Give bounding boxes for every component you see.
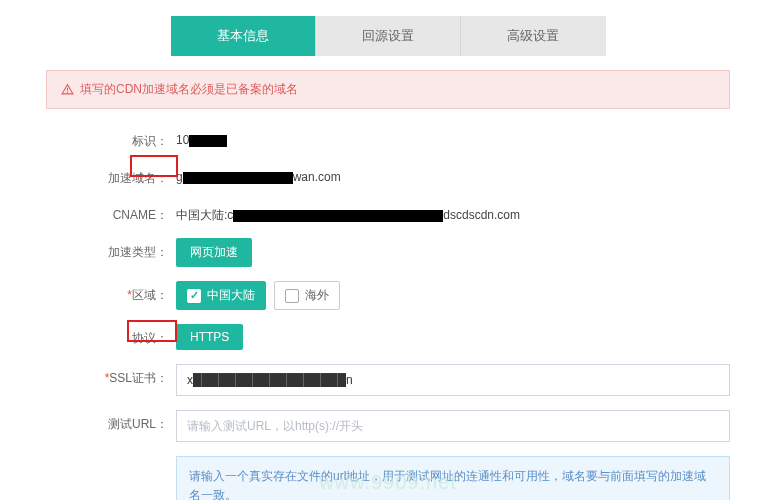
tab-origin[interactable]: 回源设置	[316, 16, 461, 56]
region-overseas-checkbox[interactable]: ✓海外	[274, 281, 340, 310]
ssl-input[interactable]	[176, 364, 730, 396]
check-icon: ✓	[187, 289, 201, 303]
alert-text: 填写的CDN加速域名必须是已备案的域名	[80, 81, 298, 98]
cname-value: 中国大陆:cdscdscdn.com	[176, 201, 520, 224]
domain-label: 加速域名：	[46, 164, 176, 187]
form-area: 标识： 10 加速域名： gwan.com CNAME： 中国大陆:cdscds…	[0, 109, 776, 500]
region-label: *区域：	[46, 281, 176, 304]
testurl-hint: 请输入一个真实存在文件的url地址，用于测试网址的连通性和可用性，域名要与前面填…	[176, 456, 730, 500]
type-label: 加速类型：	[46, 238, 176, 261]
proto-label: 协议：	[46, 324, 176, 347]
tab-advanced[interactable]: 高级设置	[461, 16, 606, 56]
type-tag: 网页加速	[176, 238, 252, 267]
id-value: 10	[176, 127, 227, 147]
svg-point-1	[67, 92, 68, 93]
domain-value: gwan.com	[176, 164, 341, 184]
tabs-bar: 基本信息 回源设置 高级设置	[0, 0, 776, 56]
testurl-label: 测试URL：	[46, 410, 176, 433]
proto-tag: HTTPS	[176, 324, 243, 350]
ssl-label: *SSL证书：	[46, 364, 176, 387]
warning-icon	[61, 83, 74, 96]
check-icon: ✓	[285, 289, 299, 303]
testurl-input[interactable]	[176, 410, 730, 442]
alert-banner: 填写的CDN加速域名必须是已备案的域名	[46, 70, 730, 109]
id-label: 标识：	[46, 127, 176, 150]
tab-basic[interactable]: 基本信息	[171, 16, 316, 56]
cname-label: CNAME：	[46, 201, 176, 224]
region-cn-checkbox[interactable]: ✓中国大陆	[176, 281, 266, 310]
